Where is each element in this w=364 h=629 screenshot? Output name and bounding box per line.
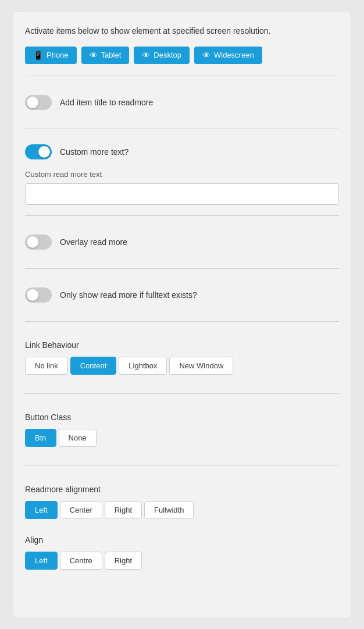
custom-more-text-label: Custom more text? [60, 147, 129, 157]
overlay-read-more-toggle[interactable] [25, 234, 52, 250]
tablet-button[interactable]: 👁 Tablet [81, 47, 130, 64]
align-options: Left Centre Right [25, 552, 339, 570]
custom-read-more-input[interactable] [25, 183, 339, 205]
readmore-alignment-section: Readmore alignment Left Center Right Ful… [25, 477, 339, 527]
no-link-button[interactable]: No link [25, 357, 68, 375]
resolution-buttons-group: 📱 Phone 👁 Tablet 👁 Desktop 👁 Widescreen [25, 47, 339, 64]
desktop-button[interactable]: 👁 Desktop [134, 47, 190, 64]
overlay-read-more-label: Overlay read more [60, 237, 127, 247]
settings-panel: Activate items below to show element at … [13, 12, 351, 617]
divider-5 [25, 321, 339, 322]
readmore-right-button[interactable]: Right [105, 501, 142, 519]
none-option-button[interactable]: None [59, 429, 97, 447]
divider-4 [25, 268, 339, 269]
toggle-thumb-on [38, 146, 50, 158]
button-class-title: Button Class [25, 413, 339, 422]
only-show-read-more-label: Only show read more if fulltext exists? [60, 290, 197, 300]
divider-3 [25, 215, 339, 216]
phone-button[interactable]: 📱 Phone [25, 47, 77, 64]
custom-more-text-toggle[interactable] [25, 144, 52, 159]
only-show-read-more-row: Only show read more if fulltext exists? [25, 279, 339, 311]
description-text: Activate items below to show element at … [25, 26, 339, 37]
desktop-icon: 👁 [142, 51, 150, 60]
lightbox-button[interactable]: Lightbox [119, 357, 167, 375]
align-section: Align Left Centre Right [25, 527, 339, 578]
divider-6 [25, 393, 339, 394]
overlay-read-more-row: Overlay read more [25, 226, 339, 258]
readmore-alignment-title: Readmore alignment [25, 485, 339, 494]
divider-7 [25, 465, 339, 466]
align-left-button[interactable]: Left [25, 552, 58, 570]
custom-more-text-row: Custom more text? [25, 140, 339, 164]
phone-icon: 📱 [33, 51, 43, 60]
align-title: Align [25, 535, 339, 545]
add-item-title-row: Add item title to readmore [25, 87, 339, 118]
content-button[interactable]: Content [70, 357, 117, 375]
readmore-center-button[interactable]: Center [60, 501, 102, 519]
toggle-thumb [27, 97, 38, 108]
toggle-thumb-overlay [27, 236, 38, 248]
button-class-options: Btn None [25, 429, 339, 447]
only-show-read-more-toggle[interactable] [25, 287, 52, 303]
add-item-title-label: Add item title to readmore [60, 98, 153, 107]
link-behaviour-title: Link Behaviour [25, 340, 339, 350]
add-item-title-toggle[interactable] [25, 95, 52, 110]
tablet-icon: 👁 [90, 51, 98, 60]
divider-2 [25, 129, 339, 129]
widescreen-icon: 👁 [202, 51, 210, 60]
readmore-left-button[interactable]: Left [25, 501, 58, 519]
link-behaviour-section: Link Behaviour No link Content Lightbox … [25, 332, 339, 383]
divider-1 [25, 76, 339, 76]
new-window-button[interactable]: New Window [169, 357, 233, 375]
link-behaviour-options: No link Content Lightbox New Window [25, 357, 339, 375]
button-class-section: Button Class Btn None [25, 404, 339, 455]
readmore-fullwidth-button[interactable]: Fullwidth [144, 501, 194, 519]
custom-read-more-label: Custom read more text [25, 170, 339, 179]
align-centre-button[interactable]: Centre [60, 552, 102, 570]
readmore-alignment-options: Left Center Right Fullwidth [25, 501, 339, 519]
btn-option-button[interactable]: Btn [25, 429, 56, 447]
widescreen-button[interactable]: 👁 Widescreen [194, 47, 262, 64]
custom-read-more-section: Custom read more text [25, 170, 339, 205]
toggle-thumb-only [27, 289, 38, 301]
align-right-button[interactable]: Right [105, 552, 142, 570]
